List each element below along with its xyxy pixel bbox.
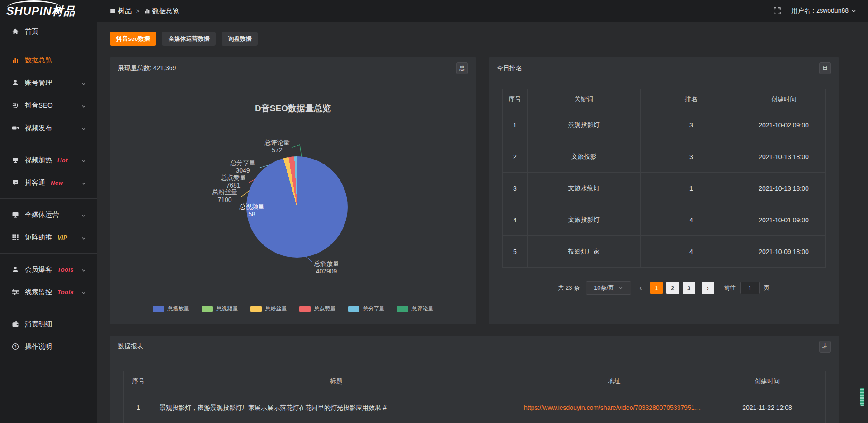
sidebar-item-member-baoke[interactable]: 会员爆客 Tools	[0, 258, 97, 281]
sidebar-item-label: 视频加热	[25, 156, 52, 164]
chart-title: D音SEO数据量总览	[110, 103, 476, 114]
pie-label-fans: 总粉丝量7100	[200, 188, 250, 204]
data-tabs: 抖音seo数据 全媒体运营数据 询盘数据	[110, 32, 839, 46]
bar-chart-icon	[144, 8, 150, 14]
svg-text:?: ?	[14, 344, 16, 349]
pie-label-plays: 总播放量402909	[302, 260, 351, 275]
chat-icon	[12, 179, 19, 186]
legend-item[interactable]: 总点赞量	[299, 305, 336, 313]
sidebar-item-video-publish[interactable]: 视频发布	[0, 117, 97, 139]
tab-inquiry-data[interactable]: 询盘数据	[222, 32, 258, 46]
tab-douyin-seo-data[interactable]: 抖音seo数据	[110, 32, 156, 46]
cell-index: 1	[124, 391, 153, 423]
sidebar-item-douketong[interactable]: 抖客通 New	[0, 171, 97, 194]
sidebar-item-label: 抖音SEO	[25, 101, 53, 110]
cell-created: 2021-10-02 09:00	[742, 109, 826, 141]
legend-item[interactable]: 总播放量	[153, 305, 189, 313]
page-number-button[interactable]: 3	[683, 282, 695, 294]
cell-index: 2	[503, 141, 528, 173]
user-menu[interactable]: 用户名：zswodun88	[791, 7, 856, 15]
total-mode-button[interactable]: 总	[456, 62, 468, 74]
prev-page-button[interactable]: ‹	[637, 284, 643, 292]
table-row: 1 景观投影灯，夜游景观投影灯厂家展示展示落花灯在花园里的灯光投影应用效果 # …	[124, 391, 826, 423]
chevron-down-icon	[81, 103, 86, 108]
sidebar-item-label: 数据总览	[25, 56, 52, 65]
legend-swatch	[250, 306, 262, 312]
sidebar-item-account[interactable]: 账号管理	[0, 71, 97, 94]
pie-chart-area: D音SEO数据量总览 总评论量572 总分享量3049	[110, 79, 476, 324]
screen-icon	[12, 156, 19, 164]
table-row: 4 文旅投影灯 4 2021-10-01 09:00	[503, 204, 826, 236]
sidebar-item-home[interactable]: 首页	[0, 22, 97, 42]
next-page-button[interactable]: ›	[702, 282, 714, 294]
sidebar-item-consumption-detail[interactable]: 消费明细	[0, 313, 97, 335]
member-icon	[12, 266, 19, 273]
table-row: 3 文旅水纹灯 1 2021-10-13 18:00	[503, 173, 826, 204]
tools-badge: Tools	[57, 289, 74, 296]
table-mode-button[interactable]: 表	[819, 341, 831, 352]
video-link[interactable]: https://www.iesdouyin.com/share/video/70…	[519, 391, 709, 423]
goto-label: 前往	[724, 284, 736, 292]
report-title: 数据报表	[118, 343, 143, 351]
legend-label: 总视频量	[217, 305, 238, 313]
chevron-down-icon	[618, 286, 623, 290]
cell-rank: 1	[641, 173, 742, 204]
cell-keyword: 文旅投影灯	[528, 204, 641, 236]
monitor-icon	[12, 211, 19, 218]
page-number-button[interactable]: 1	[650, 282, 663, 294]
chevron-down-icon	[81, 267, 86, 272]
sidebar-item-label: 抖客通	[25, 179, 45, 187]
sidebar-item-douyin-seo[interactable]: 抖音SEO	[0, 94, 97, 117]
col-header-keyword: 关键词	[528, 89, 641, 109]
goto-page-input[interactable]	[740, 282, 760, 294]
day-mode-button[interactable]: 日	[819, 62, 831, 74]
hot-badge: Hot	[57, 157, 68, 164]
legend-item[interactable]: 总粉丝量	[250, 305, 287, 313]
legend-item[interactable]: 总评论量	[397, 305, 434, 313]
breadcrumb: 树品 > 数据总览	[110, 7, 179, 15]
pie-label-shares: 总分享量3049	[218, 159, 268, 174]
legend-label: 总分享量	[363, 305, 385, 313]
ranking-table: 序号 关键词 排名 创建时间 1 景观投影灯 3	[502, 89, 826, 268]
legend-label: 总播放量	[168, 305, 189, 313]
sidebar-item-matrix-boost[interactable]: 矩阵助推 VIP	[0, 226, 97, 249]
cell-url: https://www.iesdouyin.com/share/video/70…	[519, 391, 709, 423]
col-header-title: 标题	[153, 371, 519, 391]
cell-rank: 3	[641, 141, 742, 173]
sidebar-item-media-operation[interactable]: 全媒体运营	[0, 203, 97, 226]
legend-item[interactable]: 总视频量	[202, 305, 238, 313]
ranking-title: 今日排名	[497, 64, 522, 72]
report-table-wrap: 序号 标题 地址 创建时间 1 景观投影灯，夜游景观投影灯厂家展示展示落花灯在花…	[110, 357, 839, 423]
page-size-select[interactable]: 10条/页	[586, 281, 631, 295]
cell-rank: 4	[641, 236, 742, 268]
breadcrumb-item-current[interactable]: 数据总览	[144, 7, 179, 15]
username-label: 用户名：zswodun88	[791, 7, 849, 15]
today-ranking-panel: 今日排名 日 序号 关键词 排名 创建时间	[489, 57, 839, 324]
cell-rank: 4	[641, 204, 742, 236]
legend-item[interactable]: 总分享量	[348, 305, 385, 313]
breadcrumb-item-home[interactable]: 树品	[110, 7, 132, 15]
tab-media-operation-data[interactable]: 全媒体运营数据	[162, 32, 216, 46]
report-table: 序号 标题 地址 创建时间 1 景观投影灯，夜游景观投影灯厂家展示展示落花灯在花…	[123, 371, 826, 423]
cell-keyword: 景观投影灯	[528, 109, 641, 141]
scrollbar-thumb[interactable]	[860, 388, 864, 406]
page-number-button[interactable]: 2	[666, 282, 679, 294]
logo-text: SHUPIN树品	[6, 4, 75, 19]
cell-index: 3	[503, 173, 528, 204]
pagination: 共 23 条 10条/页 ‹ 1 2	[502, 281, 826, 295]
sidebar-item-label: 首页	[25, 28, 38, 36]
seo-panel-header: 展现量总数: 421,369 总	[110, 57, 476, 79]
breadcrumb-label: 数据总览	[152, 7, 179, 15]
chevron-down-icon	[81, 80, 86, 85]
pie-label-likes: 总点赞量7681	[208, 174, 258, 189]
sidebar-item-instructions[interactable]: ? 操作说明	[0, 335, 97, 358]
new-badge: New	[51, 179, 63, 186]
fullscreen-icon[interactable]	[773, 7, 781, 15]
data-report-panel: 数据报表 表 序号 标题 地址 创建时间 1	[110, 336, 839, 423]
sidebar-item-lead-monitor[interactable]: 线索监控 Tools	[0, 281, 97, 303]
sidebar-item-data-overview[interactable]: 数据总览	[0, 49, 97, 71]
home-icon	[12, 28, 19, 35]
legend-swatch	[153, 306, 164, 312]
ranking-panel-header: 今日排名 日	[489, 57, 839, 79]
sidebar-item-video-heat[interactable]: 视频加热 Hot	[0, 149, 97, 171]
